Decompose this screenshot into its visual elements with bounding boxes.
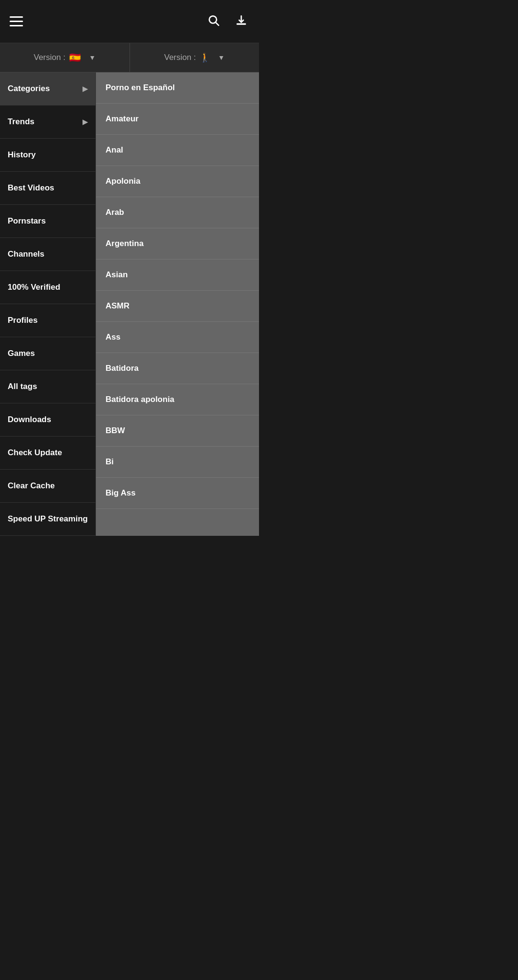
sidebar-item-trends[interactable]: Trends▶ xyxy=(0,106,95,139)
person-icon: 🚶 xyxy=(200,52,210,63)
version-orientation-selector[interactable]: Version : 🚶 ▼ xyxy=(130,43,259,72)
sidebar-item-label: Profiles xyxy=(8,316,37,325)
sidebar-item-label: Pornstars xyxy=(8,216,46,226)
sidebar-item-speed-up-streaming[interactable]: Speed UP Streaming xyxy=(0,503,95,536)
download-button[interactable] xyxy=(233,12,249,31)
category-item-batidora[interactable]: Batidora xyxy=(96,353,259,384)
sidebar-item-all-tags[interactable]: All tags xyxy=(0,370,95,403)
svg-line-1 xyxy=(216,22,219,25)
sidebar-item-profiles[interactable]: Profiles xyxy=(0,304,95,337)
sidebar-item-clear-cache[interactable]: Clear Cache xyxy=(0,470,95,503)
category-item-porno-en-español[interactable]: Porno en Español xyxy=(96,72,259,104)
sidebar-item-downloads[interactable]: Downloads xyxy=(0,403,95,437)
category-item-big-ass[interactable]: Big Ass xyxy=(96,478,259,509)
sidebar-item-label: Trends xyxy=(8,117,35,127)
sidebar-item-channels[interactable]: Channels xyxy=(0,238,95,271)
sidebar-item-label: 100% Verified xyxy=(8,283,60,292)
version-label-right: Version : xyxy=(164,53,196,62)
sidebar-item-check-update[interactable]: Check Update xyxy=(0,437,95,470)
version-label-left: Version : xyxy=(34,53,65,62)
header-right xyxy=(205,12,249,31)
chevron-right-icon: ▶ xyxy=(82,118,88,126)
category-item-arab[interactable]: Arab xyxy=(96,197,259,228)
sidebar-item-games[interactable]: Games xyxy=(0,337,95,370)
sidebar-item-label: Categories xyxy=(8,84,50,94)
sidebar-item-pornstars[interactable]: Pornstars xyxy=(0,205,95,238)
sidebar-item-label: History xyxy=(8,150,36,160)
svg-rect-3 xyxy=(236,23,246,24)
sidebar-item-categories[interactable]: Categories▶ xyxy=(0,72,95,106)
sidebar-item-label: Clear Cache xyxy=(8,481,55,491)
hamburger-line-2 xyxy=(10,21,23,22)
sidebar: Categories▶Trends▶HistoryBest VideosPorn… xyxy=(0,72,96,536)
category-item-bbw[interactable]: BBW xyxy=(96,415,259,447)
category-item-anal[interactable]: Anal xyxy=(96,135,259,166)
sidebar-item-label: Check Update xyxy=(8,448,62,458)
app-header xyxy=(0,0,259,43)
sidebar-item-label: Games xyxy=(8,349,35,358)
region-flag: 🇪🇸 xyxy=(69,52,81,63)
main-content: Categories▶Trends▶HistoryBest VideosPorn… xyxy=(0,72,259,536)
categories-panel: Porno en EspañolAmateurAnalApoloniaArabA… xyxy=(96,72,259,536)
chevron-right-icon: ▶ xyxy=(82,85,88,93)
hamburger-line-3 xyxy=(10,25,23,26)
category-item-argentina[interactable]: Argentina xyxy=(96,228,259,260)
version-region-selector[interactable]: Version : 🇪🇸 ▼ xyxy=(0,43,130,72)
search-button[interactable] xyxy=(205,12,222,31)
download-icon xyxy=(235,14,247,26)
sidebar-item-label: All tags xyxy=(8,382,37,391)
sidebar-item-label: Best Videos xyxy=(8,183,54,193)
sidebar-item-100-verified[interactable]: 100% Verified xyxy=(0,271,95,304)
chevron-down-icon-orientation: ▼ xyxy=(218,54,224,61)
category-item-batidora-apolonia[interactable]: Batidora apolonia xyxy=(96,384,259,415)
header-left xyxy=(10,16,31,26)
category-item-apolonia[interactable]: Apolonia xyxy=(96,166,259,197)
category-item-amateur[interactable]: Amateur xyxy=(96,104,259,135)
sidebar-item-best-videos[interactable]: Best Videos xyxy=(0,172,95,205)
category-item-bi[interactable]: Bi xyxy=(96,447,259,478)
sidebar-item-history[interactable]: History xyxy=(0,139,95,172)
chevron-down-icon-region: ▼ xyxy=(89,54,95,61)
category-item-asian[interactable]: Asian xyxy=(96,260,259,291)
version-bar: Version : 🇪🇸 ▼ Version : 🚶 ▼ xyxy=(0,43,259,72)
category-item-ass[interactable]: Ass xyxy=(96,322,259,353)
category-item-asmr[interactable]: ASMR xyxy=(96,291,259,322)
search-icon xyxy=(207,14,220,26)
sidebar-item-label: Downloads xyxy=(8,415,51,425)
menu-button[interactable] xyxy=(10,16,23,26)
sidebar-item-label: Speed UP Streaming xyxy=(8,514,88,524)
sidebar-item-label: Channels xyxy=(8,249,45,259)
hamburger-line-1 xyxy=(10,16,23,18)
